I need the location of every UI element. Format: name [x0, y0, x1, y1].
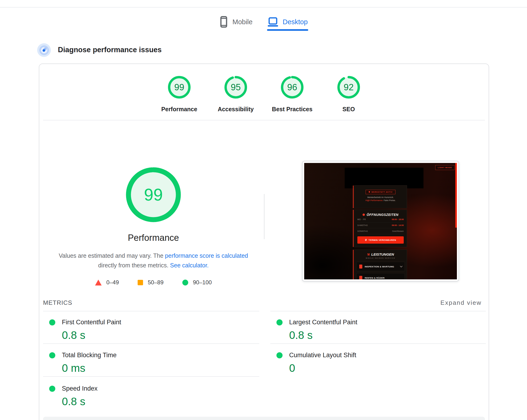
metric-value: 0.8 s — [62, 329, 259, 342]
gauge-label: Best Practices — [272, 106, 312, 113]
category-scores-row: 99 Performance 95 Accessibility 96 — [39, 76, 489, 113]
tab-desktop[interactable]: Desktop — [267, 16, 307, 28]
description-text: directly from these metrics. — [98, 262, 170, 269]
calc-doc-link[interactable]: performance score is calculated — [165, 252, 248, 259]
legend-range: 0–49 — [106, 279, 119, 286]
legend-pass: 90–100 — [182, 279, 212, 286]
card-divider — [43, 120, 485, 120]
tab-mobile[interactable]: Mobile — [220, 16, 253, 28]
hours-row: SAMSTAG 09:00 - 14:00 — [357, 223, 404, 228]
status-dot-icon — [369, 191, 370, 193]
metrics-section-label: METRICS — [43, 299, 72, 306]
metric-cumulative-layout-shift: Cumulative Layout Shift 0 — [270, 344, 486, 377]
gauge-best-practices[interactable]: 96 Best Practices — [264, 76, 320, 113]
page-title: Diagnose performance issues — [58, 46, 162, 54]
screenshot-tagline: Meisterbetrieb im Hunsrück. — [354, 196, 407, 198]
legend-range: 90–100 — [193, 279, 212, 286]
gauge-performance[interactable]: 99 Performance — [151, 76, 208, 113]
gauge-label: Performance — [161, 106, 198, 113]
page-screenshot-thumbnail[interactable]: LIGHT MODE WERKSTATT AKTIV Meisterbetrie… — [302, 161, 459, 281]
gauge-score: 95 — [224, 76, 247, 99]
see-calculator-link[interactable]: See calculator. — [170, 262, 209, 269]
gauge-score: 96 — [281, 76, 304, 99]
pass-circle-icon — [182, 280, 188, 285]
screenshot-status-badge: WERKSTATT AKTIV — [366, 190, 396, 194]
collapsed-section-bar[interactable] — [43, 417, 485, 420]
screenshot-scroll-accent — [455, 163, 457, 228]
screenshot-services-panel: ⚒LEISTUNGEN WÄHLE DEINEN SERVICE INSPEKT… — [354, 249, 407, 279]
gauge-label: SEO — [342, 106, 355, 113]
phone-icon: ✆ — [365, 239, 367, 241]
gauge-accessibility[interactable]: 95 Accessibility — [208, 76, 264, 113]
pass-dot-icon — [49, 352, 55, 358]
performance-description: Values are estimated and may vary. The p… — [56, 251, 251, 270]
desktop-laptop-icon — [267, 17, 278, 27]
hours-title: ÖFFNUNGSZEITEN — [354, 213, 407, 216]
chevron-down-icon — [400, 265, 403, 267]
performance-title: Performance — [43, 233, 264, 243]
screenshot-tagline: High Performance. Faire Preise. — [354, 199, 407, 202]
tab-mobile-label: Mobile — [232, 18, 253, 26]
report-card: 99 Performance 95 Accessibility 96 — [39, 64, 489, 420]
service-row: INSPEKTION & WARTUNG — [356, 262, 405, 271]
screenshot-cta-button: ✆TERMIN VEREINBAREN — [357, 236, 404, 244]
active-tab-underline — [267, 29, 308, 31]
performance-summary: 99 Performance Values are estimated and … — [43, 125, 264, 286]
gauge-label: Accessibility — [218, 106, 254, 113]
screenshot-hours-panel: ÖFFNUNGSZEITEN MO - FR 08:00 - 18:00 SAM… — [354, 210, 407, 247]
service-row: REIFEN & RÄDER — [356, 273, 405, 279]
clock-icon — [362, 214, 365, 216]
performance-score-gauge: 99 — [125, 166, 182, 223]
metric-value: 0.8 s — [62, 395, 259, 408]
gauge-score: 92 — [337, 76, 360, 99]
gauge-seo[interactable]: 92 SEO — [320, 76, 377, 113]
service-icon — [359, 265, 362, 269]
legend-range: 50–89 — [148, 279, 164, 286]
metric-largest-contentful-paint: Largest Contentful Paint 0.8 s — [270, 311, 486, 344]
screenshot-hero-panel: WERKSTATT AKTIV Meisterbetrieb im Hunsrü… — [354, 185, 407, 208]
average-square-icon — [138, 280, 143, 285]
legend-average: 50–89 — [138, 279, 164, 286]
vertical-divider — [264, 194, 264, 239]
screenshot-image: LIGHT MODE WERKSTATT AKTIV Meisterbetrie… — [304, 163, 457, 279]
fail-triangle-icon — [95, 280, 102, 285]
pass-dot-icon — [276, 319, 283, 325]
metric-value: 0.8 s — [289, 329, 486, 342]
mobile-phone-icon — [220, 16, 227, 28]
description-text: Values are estimated and may vary. The — [59, 252, 165, 259]
pass-dot-icon — [49, 386, 55, 392]
expand-view-button[interactable]: Expand view — [440, 299, 482, 306]
metric-first-contentful-paint: First Contentful Paint 0.8 s — [43, 311, 259, 344]
metric-value: 0 — [289, 362, 486, 374]
metric-speed-index: Speed Index 0.8 s — [43, 377, 259, 416]
pass-dot-icon — [49, 319, 55, 325]
score-legend: 0–49 50–89 90–100 — [43, 279, 264, 286]
wrench-icon: ⚒ — [367, 253, 370, 256]
metric-value: 0 ms — [62, 362, 259, 374]
service-icon — [359, 276, 362, 280]
device-tabs: Mobile Desktop — [220, 16, 308, 28]
pass-dot-icon — [276, 352, 283, 358]
tab-desktop-label: Desktop — [283, 18, 307, 26]
services-title: ⚒LEISTUNGEN — [354, 252, 407, 256]
page-top-divider — [0, 7, 527, 8]
gauge-score: 99 — [168, 76, 191, 99]
diagnose-radar-icon — [37, 43, 51, 57]
screenshot-light-mode-button: LIGHT MODE — [435, 165, 455, 170]
hours-row: SONNTAG Geschlossen — [357, 228, 404, 234]
performance-score: 99 — [125, 166, 182, 223]
services-subtitle: WÄHLE DEINEN SERVICE — [354, 257, 407, 259]
hours-row: MO - FR 08:00 - 18:00 — [357, 216, 404, 223]
metric-total-blocking-time: Total Blocking Time 0 ms — [43, 344, 259, 377]
legend-fail: 0–49 — [95, 279, 119, 286]
